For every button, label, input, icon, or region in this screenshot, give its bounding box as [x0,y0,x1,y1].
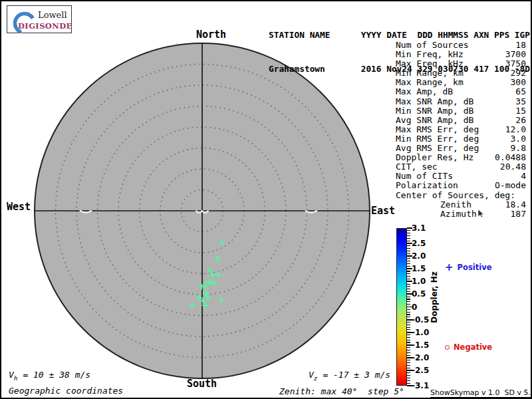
colorbar-minor-tick [407,284,410,285]
colorbar-minor-tick [407,342,410,342]
logo-lowell-text: Lowell [38,10,67,20]
stats-row: Num of Sources18 [396,41,526,50]
colorbar-minor-tick [407,230,410,231]
stats-row: Max RMS Err, deg12.0 [396,125,526,134]
stats-label: Center of Sources, deg: [396,191,515,200]
stats-value: 9.8 [511,144,526,153]
colorbar-minor-tick [407,286,410,287]
legend-positive-label: Positive [458,263,492,272]
colorbar-minor-tick [407,289,410,289]
colorbar-tick-label: 0 [412,303,417,312]
colorbar-minor-tick [407,312,410,313]
colorbar-minor-tick [407,304,410,305]
stats-row: Azimuth187 [396,209,526,219]
colorbar-minor-tick [407,322,410,323]
showskymap-window: Lowell DIGISONDE STATION NAME YYYY DATE … [0,0,532,399]
stats-value: 12.0 [505,125,526,134]
logo-digisonde-text: DIGISONDE [18,21,72,31]
stats-value: 20.48 [500,162,526,172]
stats-label: Min SNR Amp, dB [396,106,473,116]
stats-row: CIT, sec20.48 [396,162,526,172]
stats-label: Num of Sources [396,41,469,50]
stats-row: Avg RMS Err, deg9.8 [396,144,526,153]
north-label: North [196,29,226,41]
stats-value: 3700 [505,50,526,59]
colorbar-minor-tick [407,291,410,292]
stats-value: 187 [511,209,526,219]
stats-value: 15 [515,106,526,116]
colorbar-minor-tick [407,350,410,350]
stats-label: Avg RMS Err, deg [396,144,479,153]
stats-row: Zenith18.4 [396,200,526,209]
colorbar-minor-tick [407,334,410,335]
colorbar-minor-tick [407,273,410,274]
zenith-range-note: Zenith: max 40° step 5° [279,386,404,396]
stats-row: Min RMS Err, deg3.0 [396,134,526,144]
colorbar-tick-label: -3.1 [412,381,429,390]
stats-row: Num of CITs4 [396,172,526,181]
stats-value: O-mode [495,181,526,190]
stats-value: 18 [515,41,526,50]
stats-label: Max RMS Err, deg [396,125,479,134]
colorbar-minor-tick [407,271,410,271]
colorbar-minor-tick [407,337,410,338]
colorbar-minor-tick [407,372,410,373]
colorbar-minor-tick [407,362,410,363]
colorbar-minor-tick [407,347,410,348]
colorbar-minor-tick [407,238,410,239]
colorbar-minor-tick [407,365,410,366]
colorbar-tick-label: 1.5 [412,264,426,273]
colorbar-minor-tick [407,248,410,249]
colorbar-tick-label: 2.5 [412,239,426,248]
stats-row: Avg SNR Amp, dB26 [396,116,526,125]
colorbar-minor-tick [407,301,410,302]
colorbar-minor-tick [407,297,410,297]
stats-label: Doppler Res, Hz [396,153,473,162]
colorbar-tick-label: -1.5 [412,340,429,350]
stats-label: Num of CITs [396,172,453,181]
stats-label: Zenith [440,200,471,209]
south-label: South [187,378,217,390]
colorbar-minor-tick [407,251,410,251]
colorbar-minor-tick [407,329,410,330]
colorbar-minor-tick [407,245,410,246]
stats-row: Max Freq, kHz3750 [396,59,526,68]
stats-value: 18.4 [505,200,526,209]
stats-label: Avg SNR Amp, dB [396,116,473,125]
colorbar-minor-tick [407,309,410,310]
stats-label: Max SNR Amp, dB [396,97,473,106]
colorbar-minor-tick [407,383,410,384]
colorbar-minor-tick [407,276,410,277]
colorbar-axis-label: Doppler, Hz [430,271,439,323]
colorbar-tick-label: 0.5 [412,289,426,299]
colorbar-minor-tick [407,258,410,259]
lowell-digisonde-logo: Lowell DIGISONDE [7,5,72,33]
legend-positive: + Positive [445,263,491,272]
stats-label: Min Range, km [396,68,464,78]
header-column-titles: STATION NAME YYYY DATE DDD HHMMSS AXN PP… [269,29,530,41]
stats-value: 35 [515,97,526,106]
colorbar-minor-tick [407,352,410,353]
stats-value: 65 [515,87,526,96]
coordinate-system-label: Geographic coordinates [9,386,123,396]
circle-marker-icon [445,345,450,350]
east-label: East [371,205,395,217]
stats-label: Polarization [396,181,458,190]
colorbar-tick-label: 3.1 [412,223,426,233]
colorbar-minor-tick [407,241,410,241]
legend-negative-label: Negative [454,342,492,352]
stats-value: 3.0 [511,134,526,144]
version-label: ShowSkymap v 1.0 SD v 5.1 [430,388,532,398]
horizontal-velocity-readout: Vh = 10 ± 38 m/s [9,370,90,382]
colorbar-minor-tick [407,368,410,368]
stats-row: Max Range, km300 [396,78,526,87]
colorbar-minor-tick [407,327,410,328]
stats-row: Max Amp, dB65 [396,87,526,96]
stats-value: 26 [515,116,526,125]
stats-value: 300 [511,78,526,87]
colorbar-minor-tick [407,235,410,236]
colorbar-minor-tick [407,253,410,254]
stats-row: PolarizationO-mode [396,181,526,190]
stats-row: Max SNR Amp, dB35 [396,97,526,106]
colorbar-minor-tick [407,314,410,315]
